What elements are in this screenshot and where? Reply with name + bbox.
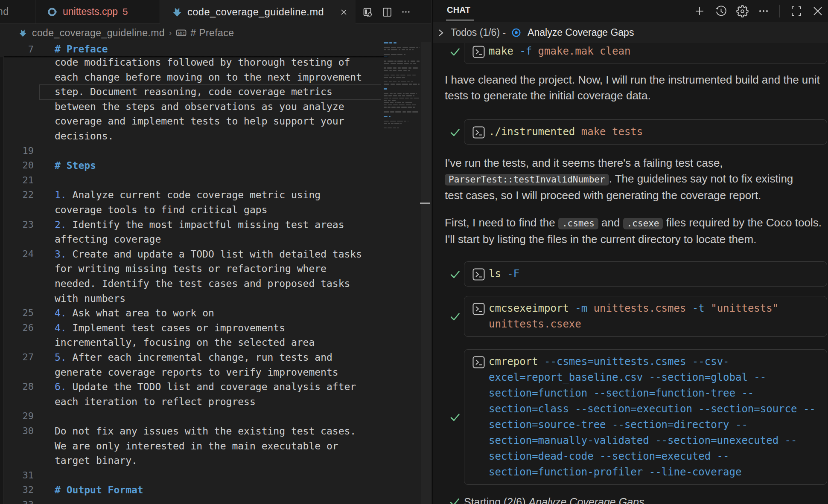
editor-line[interactable]: each change before moving on to the next… (0, 70, 381, 85)
minimap-line (410, 98, 413, 99)
minimap-line (407, 75, 411, 76)
minimap-line (408, 70, 410, 71)
minimap-line (413, 107, 415, 108)
minimap-line (390, 111, 394, 113)
close-panel-icon[interactable] (811, 4, 825, 18)
tab-unittests-cpp-label: unittests.cpp (63, 6, 118, 17)
minimap-line (384, 81, 388, 83)
minimap-line (405, 102, 412, 103)
minimap-line (413, 67, 418, 69)
editor-line[interactable]: with numbers (0, 291, 381, 306)
inline-code-chip: ParserTest::testInvalidNumber (445, 174, 609, 185)
editor-line[interactable]: 254. Ask what area to work on (0, 306, 381, 321)
editor-line[interactable]: 286. Update the TODO list and coverage a… (0, 379, 381, 394)
command-segment (587, 302, 593, 314)
chat-command-block[interactable]: cmreport --csmes=unittests.csmes --csv-e… (464, 349, 827, 485)
breadcrumb-symbol[interactable]: # Preface (190, 27, 234, 39)
command-segment: section=dead-code --section=executed -- (489, 450, 729, 462)
editor-line-text: We are only interested in the main execu… (55, 439, 338, 454)
editor-line[interactable]: needed. Identify the test cases and prop… (0, 276, 381, 291)
editor-line[interactable]: target binary. (0, 453, 381, 468)
history-icon[interactable] (714, 4, 728, 18)
chat-messages[interactable]: make -f gmake.mak cleanI have cleaned th… (433, 43, 828, 504)
editor-line-text: coverage and implement tests to help sup… (55, 114, 344, 129)
minimap-line (389, 98, 391, 99)
editor-line[interactable]: coverage tools to find critical gaps (0, 203, 381, 217)
editor-line[interactable]: for writing missing tests or refactoring… (0, 261, 381, 276)
svg-text:abc: abc (178, 31, 185, 35)
status-text: Starting (2/6) (464, 496, 528, 504)
split-editor-icon[interactable] (382, 6, 392, 17)
minimap-line (384, 54, 390, 55)
chevron-right-icon[interactable] (436, 28, 446, 38)
editor-line[interactable]: each iteration to reflect progress (0, 394, 381, 409)
editor-line[interactable]: 275. After each incremental change, run … (0, 350, 381, 365)
minimap-line (389, 77, 392, 78)
line-number: 22 (0, 188, 34, 203)
close-tab-icon[interactable] (339, 8, 348, 16)
editor-line[interactable]: 221. Analyze current code coverage metri… (0, 188, 381, 203)
editor-line[interactable]: 30Do not fix any issues with the existin… (0, 424, 381, 439)
more-actions-icon[interactable] (401, 6, 411, 17)
breadcrumb-file[interactable]: code_coverage_guideline.md (32, 27, 165, 39)
overview-ruler-cursor-mark (420, 203, 430, 204)
line-number: 25 (0, 306, 34, 321)
minimap-line (407, 54, 407, 55)
minimap-line (410, 93, 415, 94)
editor-line[interactable]: generate coverage reports to verify impr… (0, 365, 381, 380)
minimap-line (384, 102, 389, 103)
editor-line[interactable]: 243. Create and update a TODO list with … (0, 247, 381, 262)
editor-line[interactable]: 264. Implement test cases or improvement… (0, 321, 381, 336)
minimap-line (384, 123, 387, 124)
line-number: 23 (0, 217, 34, 232)
editor-content[interactable]: code modifications followed by thorough … (0, 42, 431, 504)
command-segment: cmreport (489, 356, 538, 368)
editor-line[interactable]: 19 (0, 144, 381, 159)
vscode-window: nd unittests.cpp 5 (0, 0, 828, 504)
editor-line[interactable]: 33 (0, 498, 381, 504)
minimap[interactable] (383, 42, 420, 504)
new-chat-icon[interactable] (692, 4, 707, 18)
chat-command-block[interactable]: ./instrumented make tests (464, 119, 827, 145)
line-number: 27 (0, 350, 34, 365)
editor-line[interactable]: We are only interested in the main execu… (0, 439, 381, 454)
editor-line[interactable]: 232. Identify the most impactful missing… (0, 217, 381, 232)
open-preview-side-icon[interactable] (362, 6, 373, 17)
maximize-panel-icon[interactable] (789, 4, 804, 18)
chat-todos-bar[interactable]: Todos (1/6) - Analyze Coverage Gaps (433, 22, 828, 43)
minimap-line (406, 95, 412, 96)
editor-line[interactable]: 29 (0, 409, 381, 424)
minimap-line (414, 98, 419, 99)
editor-line[interactable]: 20# Steps (0, 158, 381, 173)
chat-command-block[interactable]: ls -F (464, 261, 827, 287)
editor-line[interactable]: 21 (0, 173, 381, 188)
settings-gear-icon[interactable] (735, 4, 749, 18)
minimap-line (411, 61, 416, 62)
editor-line[interactable]: 31 (0, 468, 381, 483)
editor-line[interactable]: incrementally, focusing on the selected … (0, 335, 381, 350)
command-segment (575, 126, 581, 138)
tab-partial[interactable]: nd (0, 0, 35, 24)
minimap-line (407, 111, 411, 113)
editor-scrollbar[interactable] (421, 42, 431, 504)
editor-line-text: 6. Update the TODO list and coverage ana… (55, 379, 356, 394)
minimap-line (388, 61, 394, 62)
editor-line[interactable]: between the steps and observations as yo… (0, 99, 381, 114)
current-line-highlight (39, 84, 381, 100)
chat-command-block[interactable]: make -f gmake.mak clean (464, 43, 827, 64)
chat-command-block[interactable]: cmcsexeimport -m unittests.csmes -t "uni… (464, 296, 827, 337)
sticky-scroll-row[interactable]: 7 # Preface (0, 42, 381, 57)
tab-code-coverage-guideline-md[interactable]: code_coverage_guideline.md (160, 0, 356, 24)
minimap-line (388, 104, 392, 106)
editor-line[interactable]: affecting coverage (0, 232, 381, 247)
symbol-string-icon: abc (176, 29, 187, 37)
editor-line[interactable]: decisions. (0, 129, 381, 144)
minimap-line (394, 61, 397, 62)
editor-line-text: decisions. (55, 129, 114, 144)
chat-tab-title[interactable]: CHAT (447, 5, 470, 15)
todos-active-task: Analyze Coverage Gaps (528, 27, 634, 38)
editor-line[interactable]: coverage and implement tests to help sup… (0, 114, 381, 129)
more-options-icon[interactable] (756, 4, 771, 18)
tab-unittests-cpp[interactable]: unittests.cpp 5 (35, 0, 160, 24)
editor-line[interactable]: 32# Output Format (0, 483, 381, 498)
